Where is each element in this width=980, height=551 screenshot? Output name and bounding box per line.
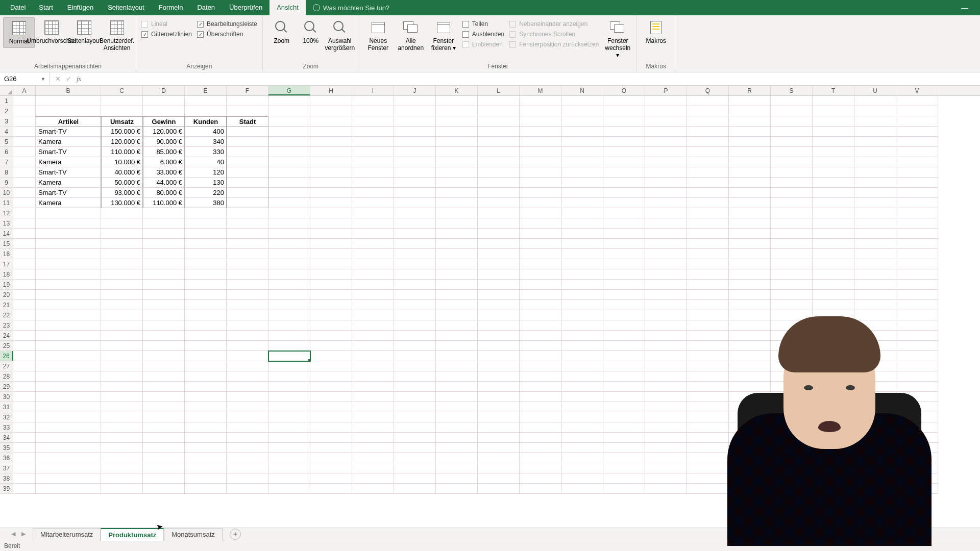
cell[interactable]: [520, 290, 561, 300]
cell[interactable]: [771, 249, 813, 259]
cell[interactable]: [394, 300, 436, 310]
cell[interactable]: [687, 473, 729, 484]
cell[interactable]: [352, 310, 394, 320]
cell[interactable]: [436, 300, 478, 310]
cell[interactable]: [143, 351, 185, 361]
cell[interactable]: [603, 331, 645, 341]
cell[interactable]: [436, 320, 478, 331]
cell[interactable]: [520, 96, 561, 106]
cell[interactable]: [436, 351, 478, 361]
cell[interactable]: [143, 371, 185, 382]
cell[interactable]: [227, 239, 268, 249]
cell[interactable]: 93.000 €: [101, 188, 143, 198]
cell[interactable]: [813, 218, 854, 229]
cell[interactable]: [268, 382, 310, 392]
cell[interactable]: [603, 157, 645, 167]
cell[interactable]: [729, 198, 771, 208]
cell[interactable]: [185, 259, 227, 269]
cell[interactable]: [352, 167, 394, 178]
column-header-B[interactable]: B: [36, 86, 101, 95]
cell[interactable]: [771, 484, 813, 494]
cell[interactable]: [729, 412, 771, 422]
cell[interactable]: [478, 331, 520, 341]
cell[interactable]: [101, 351, 143, 361]
cell[interactable]: [185, 371, 227, 382]
row-header[interactable]: 21: [0, 300, 13, 310]
cell[interactable]: [687, 280, 729, 290]
minimize-button[interactable]: —: [953, 0, 976, 15]
cell[interactable]: [561, 361, 603, 371]
cell[interactable]: [520, 188, 561, 198]
view-page-break-button[interactable]: Umbruchvorschau: [36, 17, 67, 47]
cell[interactable]: [143, 402, 185, 412]
cell[interactable]: 120: [185, 167, 227, 178]
cell[interactable]: [227, 127, 268, 137]
cell[interactable]: [771, 280, 813, 290]
cell[interactable]: [310, 443, 352, 453]
cell[interactable]: [227, 269, 268, 280]
cell[interactable]: [101, 463, 143, 473]
cell[interactable]: [227, 198, 268, 208]
cell[interactable]: [520, 178, 561, 188]
cell[interactable]: [687, 239, 729, 249]
cell[interactable]: 120.000 €: [101, 137, 143, 147]
cell[interactable]: [520, 127, 561, 137]
cell[interactable]: [101, 269, 143, 280]
cell[interactable]: [227, 382, 268, 392]
cell[interactable]: [520, 106, 561, 116]
cell[interactable]: [561, 463, 603, 473]
cell[interactable]: [394, 269, 436, 280]
cell[interactable]: [896, 392, 938, 402]
cell[interactable]: [561, 218, 603, 229]
cell[interactable]: [13, 106, 36, 116]
cell[interactable]: [603, 239, 645, 249]
cell[interactable]: [771, 320, 813, 331]
cell[interactable]: [310, 259, 352, 269]
cell[interactable]: [687, 259, 729, 269]
cell[interactable]: [813, 310, 854, 320]
cell[interactable]: [561, 127, 603, 137]
cell[interactable]: [729, 453, 771, 463]
cell[interactable]: [813, 371, 854, 382]
cell[interactable]: [478, 239, 520, 249]
cell[interactable]: [896, 137, 938, 147]
column-header-R[interactable]: R: [729, 86, 771, 95]
cell[interactable]: [687, 157, 729, 167]
cell[interactable]: 130.000 €: [101, 198, 143, 208]
cell[interactable]: [352, 269, 394, 280]
cell[interactable]: [310, 300, 352, 310]
row-header[interactable]: 35: [0, 443, 13, 453]
cell[interactable]: [352, 96, 394, 106]
cell[interactable]: [436, 331, 478, 341]
row-header[interactable]: 13: [0, 218, 13, 229]
cell[interactable]: [645, 106, 687, 116]
cell[interactable]: [185, 320, 227, 331]
cell[interactable]: [268, 116, 310, 127]
cell[interactable]: 40.000 €: [101, 167, 143, 178]
cell[interactable]: [436, 463, 478, 473]
cell[interactable]: [227, 218, 268, 229]
file-tab[interactable]: Datei: [4, 0, 32, 15]
cell[interactable]: [227, 167, 268, 178]
cell[interactable]: [143, 331, 185, 341]
cell[interactable]: [101, 484, 143, 494]
cell[interactable]: [36, 473, 101, 484]
cell[interactable]: [813, 249, 854, 259]
cell[interactable]: [645, 239, 687, 249]
cell[interactable]: [561, 473, 603, 484]
cell[interactable]: [896, 433, 938, 443]
cell[interactable]: [478, 300, 520, 310]
cell[interactable]: [352, 473, 394, 484]
cell[interactable]: [896, 127, 938, 137]
cell[interactable]: [268, 96, 310, 106]
tell-me-search[interactable]: Was möchten Sie tun?: [313, 0, 389, 15]
cell[interactable]: [478, 137, 520, 147]
cell[interactable]: [143, 310, 185, 320]
column-header-O[interactable]: O: [603, 86, 645, 95]
cell[interactable]: [185, 239, 227, 249]
cell[interactable]: [729, 106, 771, 116]
column-header-M[interactable]: M: [520, 86, 561, 95]
cell[interactable]: [436, 280, 478, 290]
column-header-E[interactable]: E: [185, 86, 227, 95]
cell[interactable]: [645, 198, 687, 208]
